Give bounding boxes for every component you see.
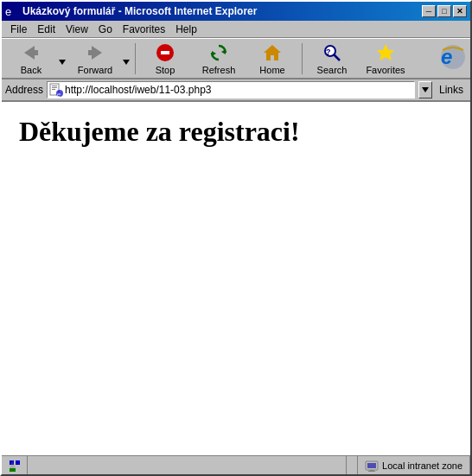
status-section-2 — [347, 456, 358, 474]
status-globe — [2, 456, 28, 474]
svg-marker-6 — [123, 60, 130, 65]
address-bar: Address e Links — [2, 79, 470, 102]
stop-label: Stop — [156, 65, 175, 75]
svg-rect-26 — [10, 468, 16, 472]
svg-marker-3 — [59, 60, 66, 65]
address-label: Address — [5, 84, 43, 96]
page-icon: e — [49, 83, 63, 97]
ie-title-icon: e — [5, 4, 19, 18]
svg-text:?: ? — [326, 48, 331, 56]
refresh-button[interactable]: Refresh — [193, 41, 245, 77]
svg-rect-21 — [52, 89, 55, 90]
menu-file[interactable]: File — [5, 22, 32, 37]
forward-icon — [85, 42, 105, 63]
stop-icon — [155, 42, 175, 63]
svg-line-13 — [334, 54, 340, 60]
refresh-label: Refresh — [202, 65, 236, 75]
title-bar: e Ukázkový formulář - Microsoft Internet… — [2, 2, 470, 21]
home-label: Home — [259, 65, 284, 75]
ie-logo-toolbar: e — [439, 43, 467, 74]
page-heading: Děkujeme za registraci! — [19, 116, 453, 148]
intranet-icon — [365, 459, 379, 473]
zone-text: Local intranet zone — [382, 460, 462, 471]
back-label: Back — [21, 65, 41, 75]
search-button[interactable]: ? Search — [306, 41, 358, 77]
home-button[interactable]: Home — [246, 41, 298, 77]
favorites-label: Favorites — [366, 65, 405, 75]
address-input[interactable] — [65, 84, 412, 96]
svg-rect-28 — [16, 460, 20, 465]
svg-rect-20 — [52, 87, 57, 88]
menu-help[interactable]: Help — [170, 22, 202, 37]
svg-rect-5 — [88, 50, 93, 55]
status-zone: Local intranet zone — [358, 456, 470, 474]
status-bar: Local intranet zone — [2, 455, 470, 474]
back-btn-group: Back — [5, 41, 67, 77]
forward-label: Forward — [78, 65, 112, 75]
svg-rect-19 — [52, 86, 57, 86]
svg-rect-33 — [368, 471, 375, 472]
links-button[interactable]: Links — [436, 82, 467, 98]
menu-bar: File Edit View Go Favorites Help — [2, 21, 470, 38]
content-area: Děkujeme za registraci! — [2, 102, 470, 455]
search-label: Search — [317, 65, 348, 75]
home-icon — [262, 42, 283, 63]
menu-go[interactable]: Go — [93, 22, 118, 37]
refresh-icon — [208, 42, 229, 63]
address-input-container: e — [47, 81, 415, 98]
toolbar: Back Forward — [2, 38, 470, 79]
svg-text:e: e — [5, 5, 11, 18]
close-button[interactable]: ✕ — [453, 5, 467, 17]
favorites-icon — [375, 42, 396, 63]
address-dropdown[interactable] — [418, 81, 432, 98]
back-dropdown[interactable] — [57, 41, 67, 77]
menu-view[interactable]: View — [61, 22, 93, 37]
svg-rect-31 — [367, 463, 376, 468]
svg-marker-9 — [221, 49, 226, 54]
svg-text:e: e — [57, 92, 61, 97]
svg-marker-11 — [264, 45, 281, 60]
stop-button[interactable]: Stop — [139, 41, 191, 77]
title-bar-left: e Ukázkový formulář - Microsoft Internet… — [5, 4, 257, 18]
window-title: Ukázkový formulář - Microsoft Internet E… — [22, 5, 257, 17]
restore-button[interactable]: □ — [437, 5, 451, 17]
back-icon — [21, 42, 41, 63]
svg-marker-15 — [377, 44, 394, 60]
status-main — [28, 456, 347, 474]
menu-favorites[interactable]: Favorites — [118, 22, 170, 37]
toolbar-separator-1 — [135, 43, 136, 74]
svg-marker-10 — [212, 51, 216, 56]
svg-rect-8 — [161, 51, 169, 54]
svg-rect-2 — [33, 50, 38, 55]
minimize-button[interactable]: ─ — [422, 5, 436, 17]
toolbar-separator-2 — [302, 43, 303, 74]
browser-window: e Ukázkový formulář - Microsoft Internet… — [0, 0, 472, 476]
search-toolbar-icon: ? — [322, 42, 342, 63]
svg-marker-24 — [422, 87, 429, 92]
content-inner: Děkujeme za registraci! — [2, 102, 470, 162]
forward-dropdown[interactable] — [121, 41, 131, 77]
favorites-button[interactable]: Favorites — [360, 41, 411, 77]
forward-button[interactable]: Forward — [69, 41, 121, 77]
back-button[interactable]: Back — [5, 41, 57, 77]
forward-btn-group: Forward — [69, 41, 131, 77]
menu-edit[interactable]: Edit — [32, 22, 61, 37]
window-controls: ─ □ ✕ — [422, 5, 467, 17]
